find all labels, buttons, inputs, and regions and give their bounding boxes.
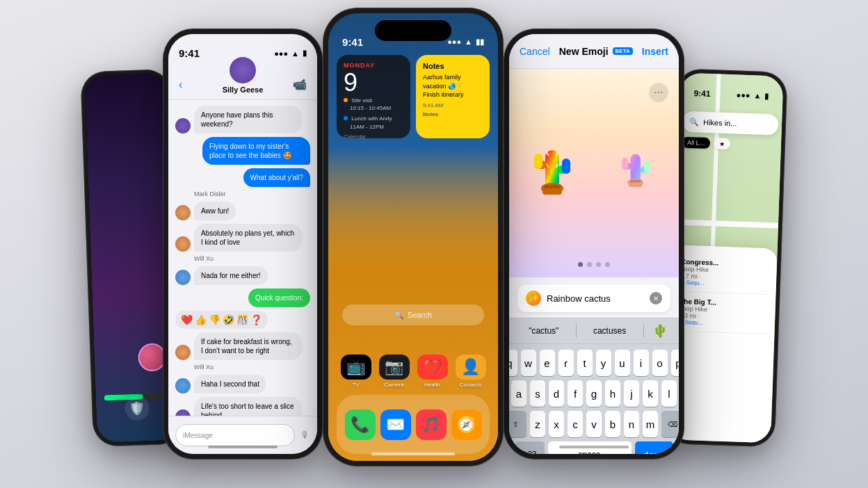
event-dot bbox=[344, 98, 348, 102]
key-t[interactable]: t bbox=[577, 350, 593, 376]
wifi-icon: ▲ bbox=[291, 49, 299, 58]
autocomplete-item-2[interactable]: cactuses bbox=[585, 323, 634, 339]
key-q[interactable]: q bbox=[509, 350, 517, 376]
dynamic-island bbox=[375, 20, 451, 41]
widget-notes[interactable]: Notes Aarhus family vacation 🌏 Finish it… bbox=[416, 55, 490, 138]
key-d[interactable]: d bbox=[549, 380, 564, 407]
app-tv[interactable]: 📺 TV bbox=[339, 355, 373, 388]
cancel-button[interactable]: Cancel bbox=[520, 46, 550, 57]
key-e[interactable]: e bbox=[540, 350, 555, 376]
widget-notes-label: Notes bbox=[423, 111, 483, 117]
key-j[interactable]: j bbox=[624, 380, 639, 407]
message-input[interactable]: iMessage bbox=[175, 424, 295, 446]
key-n[interactable]: n bbox=[624, 411, 639, 437]
emoji-heart[interactable]: ❤️ bbox=[181, 314, 193, 325]
key-x[interactable]: x bbox=[549, 411, 564, 437]
key-r[interactable]: r bbox=[558, 350, 574, 376]
wifi-maps: ▲ bbox=[753, 91, 761, 99]
mic-icon[interactable]: 🎙 bbox=[300, 430, 310, 441]
key-g[interactable]: g bbox=[586, 380, 602, 407]
dot-2 bbox=[587, 262, 592, 267]
input-placeholder: iMessage bbox=[183, 432, 213, 439]
key-l[interactable]: l bbox=[661, 380, 677, 407]
emoji-option-pastel-cactus[interactable] bbox=[601, 133, 670, 202]
key-u[interactable]: u bbox=[615, 350, 630, 376]
key-w[interactable]: w bbox=[521, 350, 536, 376]
back-button[interactable]: ‹ bbox=[179, 79, 182, 91]
svg-rect-4 bbox=[562, 158, 570, 174]
key-done[interactable]: done bbox=[635, 441, 673, 454]
result-item-1[interactable]: Congress... Loop Hike 2.7 mi · In Sequ..… bbox=[680, 252, 771, 295]
app-contacts[interactable]: 👤 Contacts bbox=[454, 355, 488, 388]
key-h[interactable]: h bbox=[605, 380, 620, 407]
key-b[interactable]: b bbox=[605, 411, 620, 437]
filter-all[interactable]: All L... bbox=[682, 137, 711, 149]
key-z[interactable]: z bbox=[530, 411, 545, 437]
key-i[interactable]: i bbox=[634, 350, 649, 376]
emoji-picker-area: ··· bbox=[509, 69, 679, 277]
notes-body-2: Finish itinerary bbox=[423, 90, 483, 99]
key-s[interactable]: s bbox=[530, 380, 545, 407]
autocomplete-item-1[interactable]: "cactus" bbox=[520, 323, 567, 339]
status-time-maps: 9:41 bbox=[693, 88, 711, 99]
dock-mail[interactable]: ✉️ bbox=[378, 407, 413, 443]
dock-phone[interactable]: 📞 bbox=[342, 407, 378, 443]
emoji-search-field[interactable]: ✨ Rainbow cactus ✕ bbox=[517, 284, 670, 312]
svg-rect-12 bbox=[630, 154, 641, 183]
message-sender: Will Xu bbox=[194, 364, 310, 371]
message-row: What about y'all? bbox=[175, 168, 310, 187]
app-icon-img: 📺 bbox=[341, 355, 371, 380]
emoji-celebrate[interactable]: 🎊 bbox=[236, 314, 248, 325]
emoji-creator-header: Cancel New Emoji BETA Insert bbox=[509, 34, 679, 69]
app-icon-img: ❤️ bbox=[417, 355, 448, 380]
widgets-row: MONDAY 9 Site visit 10:15 - 10:45AM Lunc… bbox=[337, 55, 490, 138]
emoji-question[interactable]: ❓ bbox=[250, 314, 262, 325]
app-label: TV bbox=[352, 382, 359, 388]
calendar-event-time-2: 11AM - 12PM bbox=[350, 123, 403, 131]
shield-icon: 🛡️ bbox=[124, 396, 150, 421]
messages-screen: 9:41 ●●● ▲ ▮ ‹ Silly Geese 📹 Anyone ha bbox=[168, 34, 317, 454]
emoji-tray: ❤️ 👍 👎 🤣 🎊 ❓ bbox=[175, 311, 268, 329]
key-o[interactable]: o bbox=[652, 350, 668, 376]
app-health[interactable]: ❤️ Health bbox=[416, 355, 449, 388]
video-call-button[interactable]: 📹 bbox=[293, 78, 307, 91]
key-a[interactable]: a bbox=[511, 380, 527, 407]
avatar bbox=[175, 205, 191, 220]
clear-button[interactable]: ✕ bbox=[650, 292, 662, 304]
emoji-creator-screen: Cancel New Emoji BETA Insert ··· bbox=[509, 34, 679, 454]
emoji-option-rainbow-cactus[interactable] bbox=[517, 133, 587, 202]
emoji-thumbsup[interactable]: 👍 bbox=[195, 314, 207, 325]
app-camera[interactable]: 📷 Camera bbox=[378, 355, 411, 388]
key-v[interactable]: v bbox=[586, 411, 602, 437]
emoji-search-input[interactable]: Rainbow cactus bbox=[547, 293, 644, 304]
emoji-thumbsdown[interactable]: 👎 bbox=[209, 314, 220, 325]
insert-button[interactable]: Insert bbox=[642, 46, 668, 57]
key-c[interactable]: c bbox=[568, 411, 583, 437]
filter-star[interactable]: ★ bbox=[714, 138, 731, 149]
key-f[interactable]: f bbox=[568, 380, 583, 407]
autocomplete-emoji[interactable]: 🌵 bbox=[652, 323, 668, 339]
key-delete[interactable]: ⌫ bbox=[661, 411, 679, 437]
search-icon-maps: 🔍 bbox=[689, 117, 699, 127]
dock-compass[interactable]: 🧭 bbox=[449, 407, 484, 443]
battery-maps: ▮ bbox=[764, 91, 769, 100]
key-m[interactable]: m bbox=[643, 411, 658, 437]
key-k[interactable]: k bbox=[643, 380, 658, 407]
dot-4 bbox=[605, 262, 610, 267]
widget-calendar[interactable]: MONDAY 9 Site visit 10:15 - 10:45AM Lunc… bbox=[337, 55, 410, 138]
message-bubble: If cake for breakfast is wrong, I don't … bbox=[194, 332, 302, 360]
result-item-2[interactable]: The Big T... Loop Hike 1.3 mi · In Sequ.… bbox=[679, 292, 769, 334]
key-shift[interactable]: ⇧ bbox=[509, 411, 527, 437]
key-p[interactable]: p bbox=[671, 350, 680, 376]
key-y[interactable]: y bbox=[596, 350, 611, 376]
apps-row: 📺 TV 📷 Camera ❤️ Health 👤 Contacts bbox=[337, 355, 490, 388]
home-search-bar[interactable]: 🔍 Search bbox=[342, 304, 484, 325]
emoji-laugh[interactable]: 🤣 bbox=[223, 314, 234, 325]
more-options-button[interactable]: ··· bbox=[649, 83, 668, 102]
dock-music[interactable]: 🎵 bbox=[413, 407, 449, 443]
dock-icon-img: ✉️ bbox=[380, 409, 411, 440]
messages-body: Anyone have plans this weekend? Flying d… bbox=[168, 100, 317, 416]
maps-filters: All L... ★ bbox=[682, 137, 778, 152]
maps-search-bar[interactable]: 🔍 Hikes in... bbox=[682, 111, 779, 136]
key-numbers[interactable]: 123 bbox=[515, 441, 545, 454]
